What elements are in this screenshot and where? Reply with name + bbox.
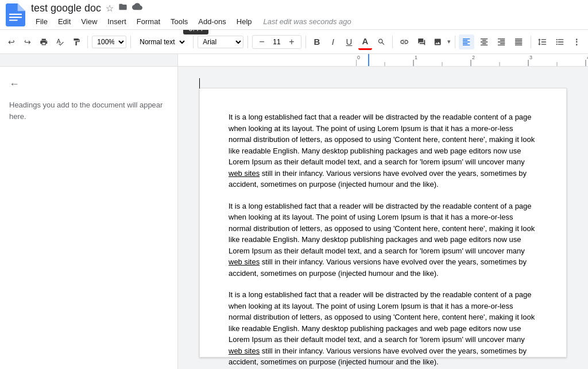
font-size-decrease-button[interactable]: − [255, 37, 269, 47]
font-size-increase-button[interactable]: + [285, 37, 299, 47]
menu-file[interactable]: File [31, 16, 52, 28]
font-select[interactable]: Arial Times New Roman Verdana [198, 36, 243, 48]
folder-icon[interactable] [118, 2, 127, 14]
sidebar: ← Headings you add to the document will … [0, 67, 178, 369]
menu-view[interactable]: View [76, 16, 102, 28]
cloud-icon[interactable] [132, 3, 142, 13]
svg-rect-1 [9, 16, 22, 17]
align-center-button[interactable] [477, 34, 492, 49]
menu-bar: File Edit View Insert Format Tools Add-o… [31, 16, 582, 28]
image-button[interactable] [431, 35, 444, 49]
docs-logo-icon [6, 3, 25, 26]
svg-text:3: 3 [529, 55, 532, 60]
separator-4 [247, 36, 248, 48]
comment-button[interactable] [415, 35, 428, 49]
toolbar: ↩ ↪ 100% 75% 125% 150% Normal text Headi… [0, 30, 588, 54]
style-select[interactable]: Normal text Heading 1 Heading 2 [135, 36, 187, 48]
spellcheck-button[interactable] [53, 35, 67, 49]
separator-1 [87, 36, 88, 48]
svg-text:0: 0 [357, 55, 360, 60]
menu-addons[interactable]: Add-ons [194, 16, 230, 28]
last-edit-status: Last edit was seconds ago [264, 17, 351, 26]
font-color-button[interactable]: A [358, 34, 372, 50]
svg-text:2: 2 [472, 55, 475, 60]
ruler-area: 0 1 2 3 4 5 6 7 [0, 54, 588, 67]
svg-rect-0 [9, 13, 22, 14]
menu-format[interactable]: Format [132, 16, 165, 28]
web-link-1[interactable]: web sites [229, 169, 260, 178]
separator-2 [130, 36, 131, 48]
font-size-area: − 11 + [252, 35, 301, 49]
menu-insert[interactable]: Insert [103, 16, 131, 28]
redo-button[interactable]: ↪ [21, 35, 34, 49]
print-button[interactable] [37, 35, 51, 49]
highlight-button[interactable] [374, 35, 388, 49]
image-dropdown-icon[interactable]: ▾ [447, 38, 451, 45]
document-area: It is a long established fact that a rea… [178, 67, 588, 369]
paragraph-3: It is a long established fact that a rea… [229, 289, 537, 368]
cursor-line-area [199, 78, 567, 88]
separator-7 [455, 36, 455, 48]
indent-tooltip: 0.44 [183, 30, 208, 34]
align-left-button[interactable] [459, 34, 474, 49]
separator-5 [305, 36, 306, 48]
line-spacing-button[interactable] [535, 34, 550, 49]
title-area: test google doc ☆ File Edit View Insert … [31, 2, 582, 28]
web-link-2[interactable]: web sites [229, 257, 260, 266]
document-page[interactable]: It is a long established fact that a rea… [199, 88, 567, 358]
underline-button[interactable]: U [342, 34, 356, 49]
align-right-button[interactable] [494, 34, 509, 49]
more-button[interactable]: ⋮ [570, 35, 583, 49]
ruler: 0 1 2 3 4 5 6 7 [356, 54, 588, 66]
undo-button[interactable]: ↩ [5, 35, 18, 49]
list-button[interactable] [552, 34, 567, 49]
separator-3 [193, 36, 194, 48]
align-justify-button[interactable] [511, 34, 526, 49]
web-link-3[interactable]: web sites [229, 347, 260, 355]
svg-text:1: 1 [415, 55, 417, 60]
menu-edit[interactable]: Edit [53, 16, 75, 28]
doc-title-row: test google doc ☆ [31, 2, 582, 14]
link-button[interactable] [397, 34, 412, 49]
separator-8 [531, 36, 531, 48]
menu-tools[interactable]: Tools [166, 16, 192, 28]
zoom-select[interactable]: 100% 75% 125% 150% [92, 36, 126, 48]
paragraph-2: It is a long established fact that a rea… [229, 201, 537, 279]
star-icon[interactable]: ☆ [106, 3, 114, 14]
doc-title[interactable]: test google doc [31, 2, 101, 14]
outline-hint: Headings you add to the document will ap… [9, 99, 168, 122]
bold-button[interactable]: B [310, 34, 324, 49]
main-layout: ← Headings you add to the document will … [0, 67, 588, 369]
separator-6 [392, 36, 393, 48]
text-cursor [199, 78, 200, 89]
paragraph-1: It is a long established fact that a rea… [229, 112, 537, 190]
font-size-value[interactable]: 11 [270, 38, 283, 46]
svg-rect-2 [9, 20, 18, 21]
paint-format-button[interactable] [69, 35, 83, 49]
back-button[interactable]: ← [9, 78, 168, 90]
menu-help[interactable]: Help [232, 16, 257, 28]
title-bar: test google doc ☆ File Edit View Insert … [0, 0, 588, 30]
italic-button[interactable]: I [326, 34, 340, 49]
